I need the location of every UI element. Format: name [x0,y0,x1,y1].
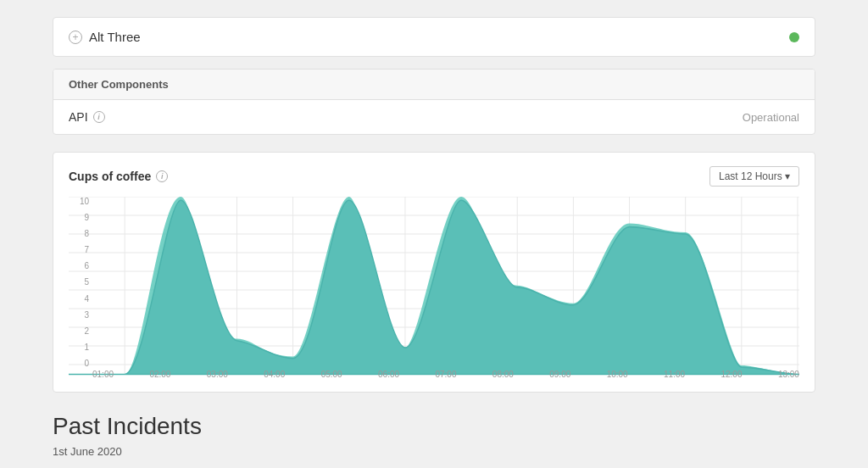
x-label-1200: 12:00 [721,370,742,383]
x-label-0600: 06:00 [378,370,399,383]
y-label-4: 4 [69,294,89,304]
chart-info-icon[interactable]: i [156,170,168,182]
x-label-1000: 10:00 [607,370,628,383]
component-name: API i [69,110,105,124]
y-label-6: 6 [69,261,89,270]
chart-card: Cups of coffee i Last 12 Hours ▾ [53,152,815,393]
chart-area-path [69,200,799,374]
x-label-0700: 07:00 [435,370,456,383]
y-label-3: 3 [69,310,89,320]
y-axis: 10 9 8 7 6 5 4 3 2 1 0 [69,197,92,368]
x-label-0300: 03:00 [207,370,228,383]
alt-three-left: + Alt Three [69,30,141,44]
y-label-0: 0 [69,359,89,368]
past-incidents-section: Past Incidents 1st June 2020 [53,413,815,458]
api-label: API [69,110,88,124]
x-label-0400: 04:00 [264,370,285,383]
chart-title: Cups of coffee [69,170,151,183]
y-label-1: 1 [69,343,89,352]
x-label-0100: 01:00 [92,370,114,383]
x-label-0500: 05:00 [321,370,342,383]
time-selector-button[interactable]: Last 12 Hours ▾ [709,166,799,187]
component-row: API i Operational [53,100,815,134]
past-incidents-title: Past Incidents [53,413,815,440]
alt-three-card: + Alt Three [53,17,815,57]
x-label-0800: 08:00 [492,370,514,383]
chart-header: Cups of coffee i Last 12 Hours ▾ [69,166,799,187]
other-components-header: Other Components [53,70,815,100]
x-label-1100: 11:00 [664,370,685,383]
other-components-section: Other Components API i Operational [53,69,815,135]
alt-three-title: Alt Three [89,30,141,44]
y-label-9: 9 [69,213,89,222]
y-label-7: 7 [69,245,89,254]
chart-title-row: Cups of coffee i [69,170,168,183]
component-status: Operational [743,111,799,124]
past-incidents-date: 1st June 2020 [53,445,815,458]
info-icon[interactable]: i [93,111,105,123]
chart-area: 10 9 8 7 6 5 4 3 2 1 0 01:00 02:00 03:00… [69,197,799,383]
y-label-5: 5 [69,277,89,287]
x-label-0900: 09:00 [549,370,570,383]
main-container: + Alt Three Other Components API i Opera… [53,17,815,458]
y-label-2: 2 [69,326,89,336]
x-label-1300: 13:00 [778,370,799,383]
status-dot-green [789,32,799,42]
y-label-8: 8 [69,229,89,238]
expand-icon[interactable]: + [69,31,82,44]
x-axis: 01:00 02:00 03:00 04:00 05:00 06:00 07:0… [92,370,799,383]
y-label-10: 10 [69,197,89,206]
chart-svg [69,197,799,383]
x-label-0200: 02:00 [149,370,170,383]
